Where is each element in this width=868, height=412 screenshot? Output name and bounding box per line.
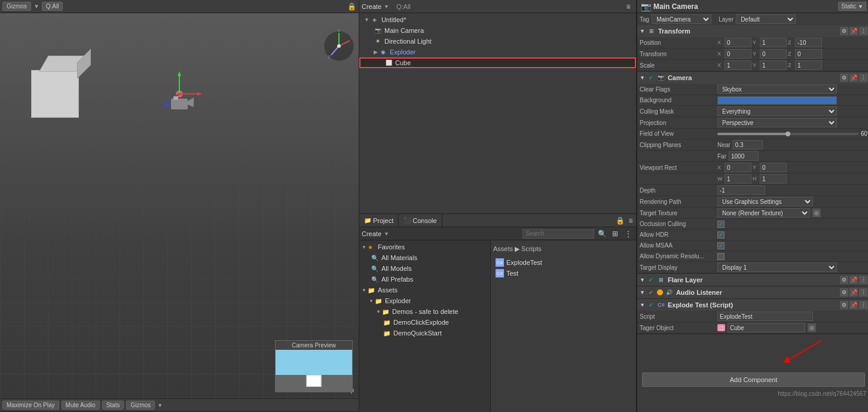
hierarchy-item-exploder[interactable]: ▶ ◉ Exploder [359,47,636,57]
transform-pin-icon[interactable]: 📌 [849,27,858,35]
tag-dropdown[interactable]: MainCamera [652,14,711,24]
maximize-on-play-button[interactable]: Maximize On Play [2,401,59,410]
target-display-dropdown[interactable]: Display 1 [717,263,837,272]
allow-msaa-checkbox[interactable] [717,242,725,249]
hierarchy-settings-icon[interactable]: ≡ [623,1,634,12]
near-input[interactable] [733,140,763,149]
create-button[interactable]: Create [362,3,381,10]
audio-pin-icon[interactable]: 📌 [849,288,858,297]
rot-z-input[interactable] [795,49,822,59]
tager-select-icon[interactable]: ◎ [808,324,816,332]
hierarchy-content[interactable]: ▼ ◈ Untitled* 📷 Main Camera ☀ Directiona… [359,13,636,213]
transform-menu-icon[interactable]: ⋮ [859,27,867,35]
tree-demos[interactable]: ▼ 📁 Demos - safe to delete [359,306,490,317]
layer-dropdown[interactable]: Default [736,14,796,24]
tree-all-models[interactable]: 🔍 All Models [359,263,490,274]
audio-menu-icon[interactable]: ⋮ [859,288,867,297]
fov-slider-handle[interactable] [786,132,790,136]
tree-demo-click[interactable]: 📁 DemoClickExplode [359,317,490,328]
pos-z-input[interactable] [795,38,822,47]
file-item-test[interactable]: C# Test [493,268,634,279]
script-input[interactable] [717,312,813,321]
hierarchy-item-directional-light[interactable]: ☀ Directional Light [359,36,636,47]
tree-assets[interactable]: ▼ 📁 Assets [359,285,490,295]
project-tree[interactable]: ▼ ★ Favorites 🔍 All Materials 🔍 All Mode… [359,240,491,412]
project-tab-label: Project [373,217,393,224]
allow-dynamic-checkbox[interactable] [717,253,725,260]
occlusion-checkbox[interactable] [717,221,725,228]
static-toggle-button[interactable]: Static ▼ [838,2,866,11]
gizmos-button[interactable]: Gizmos [2,2,31,11]
scale-y-input[interactable] [760,60,787,70]
tab-project[interactable]: 📁 Project [359,214,399,227]
allow-msaa-row: Allow MSAA [637,240,868,251]
hierarchy-item-main-camera[interactable]: 📷 Main Camera [359,25,636,36]
rot-y-input[interactable] [760,49,787,59]
scale-z-input[interactable] [795,60,822,70]
pos-y-input[interactable] [760,38,787,47]
far-input[interactable] [729,151,759,161]
project-search-input[interactable] [522,229,594,239]
transform-settings-icon[interactable]: ⚙ [840,27,848,35]
explode-settings-icon[interactable]: ⚙ [840,301,848,309]
stats-button[interactable]: Stats [102,401,124,410]
background-color-swatch[interactable] [717,96,837,105]
tree-all-prefabs[interactable]: 🔍 All Prefabs [359,274,490,285]
audio-listener-header[interactable]: ▼ ✓ 🔊 Audio Listener ⚙ 📌 ⋮ [637,286,868,298]
depth-input[interactable] [717,185,765,195]
clear-flags-dropdown[interactable]: Skybox [717,84,837,94]
project-lock-icon[interactable]: 🔒 [615,215,625,226]
camera-pin-icon[interactable]: 📌 [849,74,858,82]
project-settings-icon[interactable]: ≡ [625,215,636,226]
hierarchy-item-cube[interactable]: ⬜ Cube [359,57,636,68]
vp-w-input[interactable] [725,174,751,184]
allow-hdr-checkbox[interactable] [717,231,725,239]
flare-menu-icon[interactable]: ⋮ [859,276,867,284]
flare-pin-icon[interactable]: 📌 [849,276,858,284]
tager-input[interactable] [728,323,805,332]
explode-menu-icon[interactable]: ⋮ [859,301,867,309]
tree-demo-quick[interactable]: 📁 DemoQuickStart [359,328,490,338]
camera-enabled-checkbox[interactable]: ✓ [647,74,655,81]
project-sort-icon[interactable]: ⊞ [610,228,621,239]
explode-test-header[interactable]: ▼ ✓ C# Explode Test (Script) ⚙ 📌 ⋮ [637,299,868,311]
culling-mask-dropdown[interactable]: Everything [717,106,837,116]
scale-x-input[interactable] [725,60,751,70]
project-create-btn[interactable]: Create [362,230,381,237]
audio-enabled-checkbox[interactable]: ✓ [647,289,655,296]
flare-settings-icon[interactable]: ⚙ [840,276,848,284]
tree-all-materials[interactable]: 🔍 All Materials [359,252,490,263]
file-item-explodetest[interactable]: C# ExplodeTest [493,257,634,268]
audio-settings-icon[interactable]: ⚙ [840,288,848,297]
flare-layer-header[interactable]: ▼ ✓ ⊞ Flare Layer ⚙ 📌 ⋮ [637,274,868,286]
vp-x-input[interactable] [725,163,751,172]
transform-header[interactable]: ▼ ⊞ Transform ⚙ 📌 ⋮ [637,25,868,37]
mute-audio-button[interactable]: Mute Audio [62,401,100,410]
fov-slider-track[interactable] [717,133,858,135]
explode-enabled-checkbox[interactable]: ✓ [647,301,655,309]
add-component-button[interactable]: Add Component [642,373,865,387]
rendering-path-dropdown[interactable]: Use Graphics Settings [717,197,813,206]
camera-menu-icon[interactable]: ⋮ [859,74,867,82]
tab-console[interactable]: ⬛ Console [399,214,442,227]
vp-y-input[interactable] [760,163,787,172]
project-search-icon[interactable]: 🔍 [597,228,607,239]
scale-y-label: Y [753,62,759,68]
rot-x-input[interactable] [725,49,751,59]
tree-exploder[interactable]: ▼ 📁 Exploder [359,295,490,306]
vp-h-input[interactable] [760,174,787,184]
projection-dropdown[interactable]: Perspective [717,118,837,127]
camera-settings-icon[interactable]: ⚙ [840,74,848,82]
project-more-icon[interactable]: ⋮ [623,228,634,239]
target-texture-dropdown[interactable]: None (Render Texture) [717,208,810,218]
target-texture-select-icon[interactable]: ◎ [812,209,821,217]
explode-pin-icon[interactable]: 📌 [849,301,858,309]
all-button[interactable]: Q:All [42,2,63,11]
flare-enabled-checkbox[interactable]: ✓ [647,276,655,283]
scene-toolbar: Gizmos ▼ Q:All 🔒 [0,0,359,13]
gizmos-game-button[interactable]: Gizmos [126,401,155,410]
hierarchy-item-untitled[interactable]: ▼ ◈ Untitled* [359,14,636,25]
tree-favorites[interactable]: ▼ ★ Favorites [359,242,490,252]
camera-header[interactable]: ▼ ✓ 📷 Camera ⚙ 📌 ⋮ [637,72,868,84]
pos-x-input[interactable] [725,38,751,47]
